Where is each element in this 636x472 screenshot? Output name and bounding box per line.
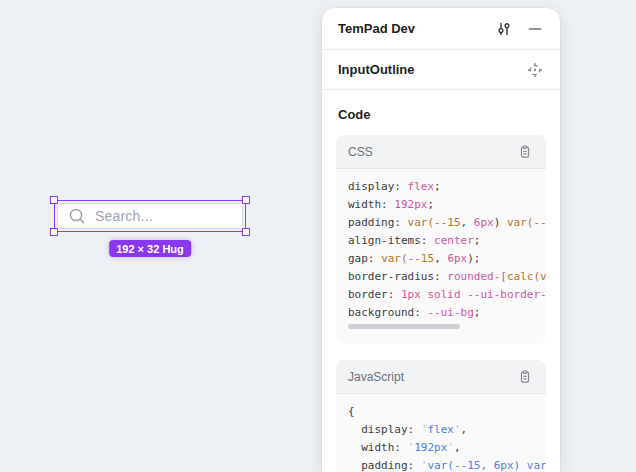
css-block-title: CSS xyxy=(348,145,516,159)
js-code-area[interactable]: { display: 'flex', width: '192px', paddi… xyxy=(336,394,546,472)
plugin-title: TemPad Dev xyxy=(338,21,495,36)
code-line: display: 'flex', xyxy=(348,421,546,439)
code-section-label: Code xyxy=(322,90,560,135)
css-block-header: CSS xyxy=(336,135,546,169)
tempad-dev-plugin-panel: TemPad Dev InputOutline xyxy=(322,8,560,472)
code-line: border-radius: rounded-[calc(v xyxy=(348,268,546,286)
code-line: background: --ui-bg; xyxy=(348,304,546,322)
code-line: padding: var(--15, 6px) var(-- xyxy=(348,214,546,232)
selected-node-row: InputOutline xyxy=(322,50,560,90)
code-line: width: '192px', xyxy=(348,439,546,457)
selection-handle-top-left[interactable] xyxy=(50,196,58,204)
copy-js-icon[interactable] xyxy=(516,368,534,386)
code-line: gap: var(--15, 6px); xyxy=(348,250,546,268)
css-code-block: CSS display: flex;width: 192px;padding: … xyxy=(336,135,546,344)
selection-handle-bottom-right[interactable] xyxy=(242,228,250,236)
js-code-block: JavaScript { display: 'flex', width: '19… xyxy=(336,360,546,472)
code-line: { xyxy=(348,403,546,421)
plugin-header: TemPad Dev xyxy=(322,8,560,50)
selection-handle-bottom-left[interactable] xyxy=(50,228,58,236)
code-line: align-items: center; xyxy=(348,232,546,250)
minimize-icon[interactable] xyxy=(526,20,544,38)
css-horizontal-scrollbar[interactable] xyxy=(348,324,460,329)
js-block-header: JavaScript xyxy=(336,360,546,394)
search-input-component[interactable]: Search... xyxy=(57,203,243,229)
code-line: padding: 'var(--15, 6px) var xyxy=(348,457,546,472)
selected-component-inputoutline[interactable]: Search... 192 × 32 Hug xyxy=(54,200,246,232)
copy-css-icon[interactable] xyxy=(516,143,534,161)
locate-crosshair-icon[interactable] xyxy=(526,61,544,79)
code-line: width: 192px; xyxy=(348,196,546,214)
code-line: border: 1px solid --ui-border- xyxy=(348,286,546,304)
selection-size-badge: 192 × 32 Hug xyxy=(109,240,191,257)
code-line: display: flex; xyxy=(348,178,546,196)
magnifier-icon xyxy=(68,207,86,225)
selection-handle-top-right[interactable] xyxy=(242,196,250,204)
css-code-area[interactable]: display: flex;width: 192px;padding: var(… xyxy=(336,169,546,334)
js-block-title: JavaScript xyxy=(348,370,516,384)
selected-node-name: InputOutline xyxy=(338,62,526,77)
sliders-settings-icon[interactable] xyxy=(495,20,513,38)
search-placeholder-text: Search... xyxy=(95,208,153,224)
